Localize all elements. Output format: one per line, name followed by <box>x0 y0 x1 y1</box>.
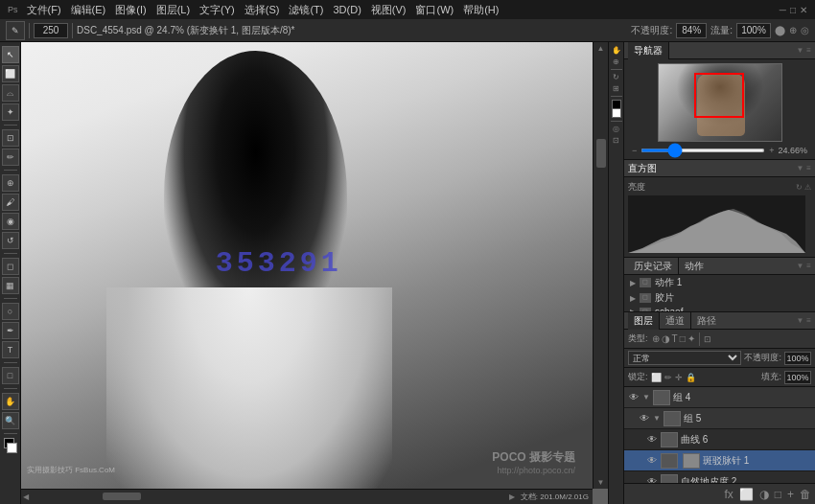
layer-visibility-icon[interactable]: 👁 <box>646 455 658 467</box>
close-button[interactable]: ✕ <box>800 5 807 15</box>
history-item[interactable]: ▶◻schaef <box>624 306 815 311</box>
delete-layer-button[interactable]: 🗑 <box>800 488 811 501</box>
scroll-track[interactable] <box>596 55 606 476</box>
hist-panel-menu[interactable]: ≡ <box>806 262 811 270</box>
blend-mode-select[interactable]: 正常 <box>628 351 741 365</box>
background-swatch[interactable] <box>612 108 621 118</box>
scroll-thumb[interactable] <box>596 139 606 168</box>
grid-icon[interactable]: ⊞ <box>613 84 619 93</box>
menu-text[interactable]: 文字(Y) <box>195 1 240 19</box>
navigator-tab[interactable]: 导航器 <box>628 42 669 59</box>
menu-edit[interactable]: 编辑(E) <box>66 1 111 19</box>
horizontal-scrollbar[interactable]: ◀ ▶ 文档: 201.0M/2.01G <box>21 489 593 504</box>
brush-tool[interactable]: 🖌 <box>2 194 19 211</box>
dodge-tool[interactable]: ○ <box>2 303 19 320</box>
refresh-icon[interactable]: ↻ <box>796 183 803 192</box>
mask-icon[interactable]: ◎ <box>613 125 619 133</box>
history-brush[interactable]: ↺ <box>2 232 19 249</box>
layer-item[interactable]: 👁▼组 4 <box>624 387 815 408</box>
history-tab-history[interactable]: 历史记录 <box>628 258 679 275</box>
layers-tab[interactable]: 图层 <box>628 312 660 330</box>
new-layer-button[interactable]: + <box>787 488 794 501</box>
panel-collapse[interactable]: ▼ <box>796 46 803 55</box>
filter-shape-icon[interactable]: □ <box>680 333 686 344</box>
pen-tool[interactable]: ✒ <box>2 322 19 339</box>
layer-visibility-icon[interactable]: 👁 <box>646 434 658 446</box>
scroll-right-arrow[interactable]: ▶ <box>509 493 515 501</box>
filter-smart-icon[interactable]: ✦ <box>687 333 695 344</box>
crop-tool[interactable]: ⊡ <box>2 129 19 147</box>
scroll-left-arrow[interactable]: ◀ <box>23 493 29 501</box>
zoom-icon[interactable]: ⊕ <box>613 57 619 66</box>
layer-visibility-icon[interactable]: 👁 <box>639 413 650 424</box>
hand-icon[interactable]: ✋ <box>612 46 621 55</box>
zoom-slider[interactable] <box>640 149 765 152</box>
background-color[interactable] <box>7 443 17 453</box>
fx-button[interactable]: fx <box>724 488 733 501</box>
h-scroll-track[interactable] <box>31 493 507 502</box>
layers-collapse[interactable]: ▼ <box>796 316 803 325</box>
vertical-scrollbar[interactable]: ▲ ▼ <box>593 42 608 489</box>
layer-expand-icon[interactable]: ▼ <box>653 414 661 423</box>
layer-item[interactable]: 👁斑驳脉针 1 <box>624 450 815 471</box>
layer-item[interactable]: 👁▼组 5 <box>624 408 815 429</box>
layer-opacity-input[interactable] <box>784 352 811 365</box>
maximize-button[interactable]: □ <box>790 5 796 15</box>
menu-image[interactable]: 图像(I) <box>110 1 151 19</box>
minimize-button[interactable]: ─ <box>780 5 786 15</box>
paths-tab[interactable]: 路径 <box>691 312 722 330</box>
group-button[interactable]: □ <box>775 488 781 501</box>
lock-paint-icon[interactable]: ✏ <box>664 373 672 382</box>
text-tool[interactable]: T <box>2 341 19 358</box>
zoom-plus-icon[interactable]: + <box>769 146 774 155</box>
lock-move-icon[interactable]: ✛ <box>675 373 683 382</box>
layer-item[interactable]: 👁曲线 6 <box>624 429 815 450</box>
screen-icon[interactable]: ⊡ <box>613 136 619 145</box>
marquee-tool[interactable]: ⬜ <box>2 65 19 82</box>
history-tab-actions[interactable]: 动作 <box>679 258 710 275</box>
gradient-tool[interactable]: ▦ <box>2 277 19 294</box>
h-scroll-thumb[interactable] <box>103 493 141 500</box>
channels-tab[interactable]: 通道 <box>660 312 691 330</box>
lock-trans-icon[interactable]: ⬜ <box>651 373 662 382</box>
flow-input[interactable] <box>736 23 771 38</box>
shape-tool[interactable]: □ <box>2 367 19 384</box>
menu-window[interactable]: 窗口(W) <box>410 1 458 19</box>
mask-button[interactable]: ⬜ <box>739 488 754 501</box>
menu-layer[interactable]: 图层(L) <box>151 1 195 19</box>
menu-filter[interactable]: 滤镜(T) <box>284 1 328 19</box>
layer-item[interactable]: 👁自然地皮度 2 <box>624 471 815 483</box>
rotate-icon[interactable]: ↻ <box>613 73 619 81</box>
scroll-down-arrow[interactable]: ▼ <box>597 478 605 487</box>
filter-toggle[interactable]: ⊡ <box>704 334 711 344</box>
lasso-tool[interactable]: ⌓ <box>2 84 19 102</box>
zoom-minus-icon[interactable]: − <box>632 146 637 155</box>
history-item[interactable]: ▶◻动作 1 <box>624 275 815 290</box>
eyedropper-tool[interactable]: ✏ <box>2 149 19 166</box>
opacity-input[interactable] <box>676 23 707 38</box>
filter-pixel-icon[interactable]: ⊕ <box>652 333 660 344</box>
zoom-tool[interactable]: 🔍 <box>2 412 19 429</box>
hand-tool[interactable]: ✋ <box>2 393 19 410</box>
menu-view[interactable]: 视图(V) <box>366 1 411 19</box>
eraser-tool[interactable]: ◻ <box>2 258 19 275</box>
filter-adjust-icon[interactable]: ◑ <box>662 333 670 344</box>
layer-expand-icon[interactable]: ▼ <box>642 393 650 401</box>
menu-select[interactable]: 选择(S) <box>240 1 285 19</box>
scroll-up-arrow[interactable]: ▲ <box>597 44 605 53</box>
history-item[interactable]: ▶◻胶片 <box>624 290 815 306</box>
brush-size-input[interactable] <box>34 23 68 38</box>
heal-tool[interactable]: ⊕ <box>2 174 19 192</box>
menu-help[interactable]: 帮助(H) <box>458 1 503 19</box>
hist-panel-collapse[interactable]: ▼ <box>796 262 803 270</box>
foreground-background-colors[interactable] <box>2 438 19 453</box>
menu-3d[interactable]: 3D(D) <box>328 2 365 17</box>
layer-fill-input[interactable] <box>784 371 811 384</box>
wand-tool[interactable]: ✦ <box>2 103 19 121</box>
panel-menu[interactable]: ≡ <box>806 46 811 55</box>
move-tool[interactable]: ↖ <box>2 46 19 63</box>
menu-file[interactable]: 文件(F) <box>22 1 66 19</box>
hist-menu[interactable]: ≡ <box>806 164 811 172</box>
filter-type-icon[interactable]: T <box>672 333 678 344</box>
layers-menu[interactable]: ≡ <box>806 316 811 325</box>
